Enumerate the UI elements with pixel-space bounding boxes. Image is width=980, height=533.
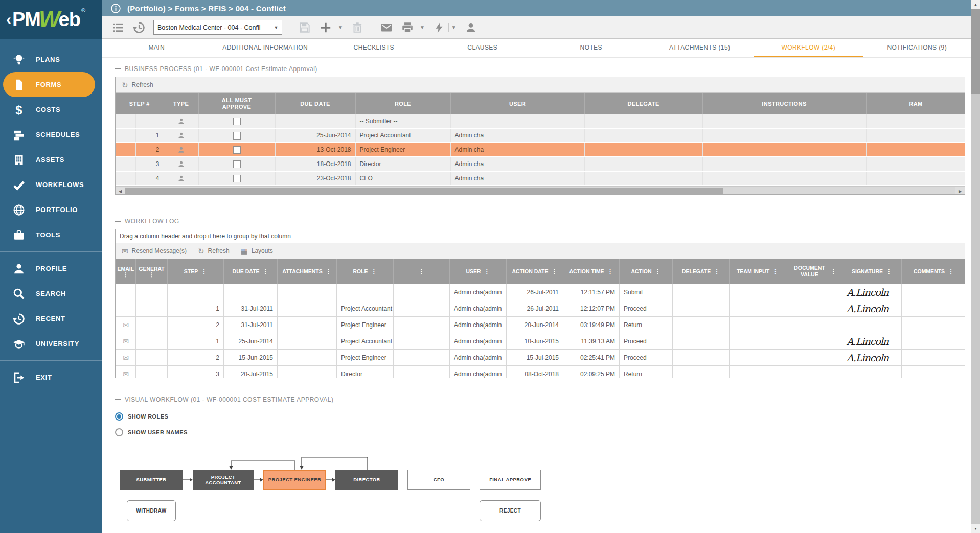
vertical-scrollbar[interactable]: ▲ ▼ [971, 0, 980, 533]
sidebar-item-assets[interactable]: ASSETS [0, 147, 102, 172]
tab-clauses[interactable]: CLAUSES [428, 39, 537, 57]
refresh-button[interactable]: ↻ Refresh [122, 81, 153, 89]
column-header-all-must-approve[interactable]: ALL MUST APPROVE [198, 93, 275, 114]
workflow-actions-button[interactable]: ▼ [432, 21, 457, 34]
group-by-drop-zone[interactable]: Drag a column header and drop it here to… [116, 229, 965, 243]
sidebar-item-tools[interactable]: TOOLS [0, 222, 102, 247]
column-menu-icon[interactable]: ⋮ [262, 269, 268, 274]
column-menu-icon[interactable]: ⋮ [123, 272, 129, 277]
column-header-action-time[interactable]: ACTION TIME⋮ [563, 259, 620, 284]
column-menu-icon[interactable]: ⋮ [201, 269, 207, 274]
scroll-down-icon[interactable]: ▼ [971, 524, 980, 533]
user-button[interactable] [464, 21, 477, 34]
column-menu-icon[interactable]: ⋮ [607, 269, 613, 274]
tab-additional-information[interactable]: ADDITIONAL INFORMATION [211, 39, 320, 57]
column-header-instructions[interactable]: INSTRUCTIONS [702, 93, 866, 114]
sidebar-item-exit[interactable]: EXIT [0, 365, 102, 390]
checkbox-unchecked[interactable] [233, 118, 241, 125]
column-header-due-date[interactable]: DUE DATE [275, 93, 355, 114]
column-menu-icon[interactable]: ⋮ [484, 269, 490, 274]
column-menu-icon[interactable]: ⋮ [714, 269, 720, 274]
show-roles-radio[interactable]: SHOW ROLES [115, 412, 168, 421]
column-menu-icon[interactable]: ⋮ [551, 269, 557, 274]
tab-checklists[interactable]: CHECKLISTS [320, 39, 428, 57]
column-menu-icon[interactable]: ⋮ [831, 269, 837, 274]
column-header-blank[interactable]: ⋮ [394, 259, 450, 284]
column-header-user[interactable]: USER⋮ [450, 259, 507, 284]
column-header-role[interactable]: ROLE⋮ [337, 259, 394, 284]
column-header-ram[interactable]: RAM [866, 93, 965, 114]
scrollbar-thumb[interactable] [125, 188, 723, 195]
column-header-signature[interactable]: SIGNATURE⋮ [842, 259, 902, 284]
checkbox-unchecked[interactable] [233, 160, 241, 168]
column-header-role[interactable]: ROLE [355, 93, 450, 114]
add-menu-caret[interactable]: ▼ [335, 23, 343, 32]
column-menu-icon[interactable]: ⋮ [886, 269, 892, 274]
sidebar-item-profile[interactable]: PROFILE [0, 256, 102, 281]
tab-notes[interactable]: NOTES [537, 39, 646, 57]
refresh-button[interactable]: ↻ Refresh [198, 247, 230, 255]
scroll-right-icon[interactable]: ▶ [955, 189, 965, 194]
scroll-up-icon[interactable]: ▲ [971, 0, 980, 9]
checkbox-unchecked[interactable] [233, 146, 241, 154]
radio-unselected-icon[interactable] [115, 428, 123, 436]
record-select[interactable]: Boston Medical Center - 004 - Confli ▼ [153, 20, 282, 35]
workflow-actions-caret[interactable]: ▼ [448, 23, 457, 32]
sidebar-item-plans[interactable]: PLANS [0, 47, 102, 72]
tab-notifications-9[interactable]: NOTIFICATIONS (9) [863, 39, 972, 57]
column-header-step[interactable]: STEP # [116, 93, 164, 114]
column-header-delegate[interactable]: DELEGATE [584, 93, 702, 114]
sidebar-item-schedules[interactable]: SCHEDULES [0, 122, 102, 147]
show-user-names-radio[interactable]: SHOW USER NAMES [115, 428, 188, 436]
column-menu-icon[interactable]: ⋮ [655, 269, 661, 274]
sidebar-item-recent[interactable]: RECENT [0, 306, 102, 331]
email-button[interactable] [380, 21, 393, 34]
column-header-team-input[interactable]: TEAM INPUT⋮ [730, 259, 786, 284]
resend-messages-button[interactable]: ✉ Resend Message(s) [122, 247, 187, 255]
history-button[interactable] [132, 21, 146, 34]
sidebar-item-university[interactable]: UNIVERSITY [0, 331, 102, 356]
tab-workflow-2-4[interactable]: WORKFLOW (2/4) [754, 39, 863, 57]
column-header-step[interactable]: STEP⋮ [168, 259, 224, 284]
column-header-user[interactable]: USER [450, 93, 584, 114]
column-header-generat[interactable]: GENERAT⋮ [136, 259, 168, 284]
list-view-button[interactable] [111, 21, 125, 34]
workflow-log-section-header[interactable]: WORKFLOW LOG [115, 218, 179, 225]
pmweb-logo[interactable]: ‹PMWeb® [0, 0, 102, 39]
column-header-document-value[interactable]: DOCUMENT VALUE⋮ [786, 259, 842, 284]
sidebar-item-portfolio[interactable]: PORTFOLIO [0, 197, 102, 222]
visual-workflow-section-header[interactable]: VISUAL WORKFLOW (01 - WF-000001 COST EST… [115, 396, 333, 403]
collapse-icon[interactable] [115, 68, 121, 69]
tab-main[interactable]: MAIN [102, 39, 211, 57]
column-menu-icon[interactable]: ⋮ [772, 269, 779, 274]
column-menu-icon[interactable]: ⋮ [149, 272, 155, 277]
print-button[interactable]: ▼ [401, 21, 425, 34]
column-menu-icon[interactable]: ⋮ [326, 269, 332, 274]
collapse-icon[interactable] [115, 399, 121, 400]
sidebar-item-search[interactable]: SEARCH [0, 281, 102, 306]
column-menu-icon[interactable]: ⋮ [371, 269, 377, 274]
scrollbar-track[interactable] [125, 187, 955, 195]
column-header-action-date[interactable]: ACTION DATE⋮ [507, 259, 563, 284]
business-process-section-header[interactable]: BUSINESS PROCESS (01 - WF-000001 Cost Es… [115, 65, 317, 73]
print-menu-caret[interactable]: ▼ [417, 23, 425, 32]
sidebar-item-forms[interactable]: FORMS [3, 72, 95, 97]
column-header-action[interactable]: ACTION⋮ [620, 259, 673, 284]
info-icon[interactable] [110, 3, 121, 14]
column-header-delegate[interactable]: DELEGATE⋮ [673, 259, 730, 284]
column-header-comments[interactable]: COMMENTS⋮ [902, 259, 966, 284]
sidebar-item-costs[interactable]: $COSTS [0, 97, 102, 122]
layouts-button[interactable]: ▦ Layouts [241, 247, 273, 255]
scrollbar-thumb[interactable] [971, 9, 980, 94]
checkbox-unchecked[interactable] [233, 175, 241, 182]
checkbox-unchecked[interactable] [233, 132, 241, 140]
collapse-icon[interactable] [115, 221, 121, 222]
reject-button[interactable]: REJECT [480, 500, 541, 521]
column-header-due-date[interactable]: DUE DATE⋮ [224, 259, 278, 284]
column-header-email[interactable]: EMAIL⋮ [116, 259, 136, 284]
column-header-attachments[interactable]: ATTACHMENTS⋮ [278, 259, 337, 284]
sidebar-item-workflows[interactable]: WORKFLOWS [0, 172, 102, 197]
radio-selected-icon[interactable] [115, 412, 123, 421]
column-header-type[interactable]: TYPE [164, 93, 198, 114]
scroll-left-icon[interactable]: ◀ [116, 189, 125, 194]
